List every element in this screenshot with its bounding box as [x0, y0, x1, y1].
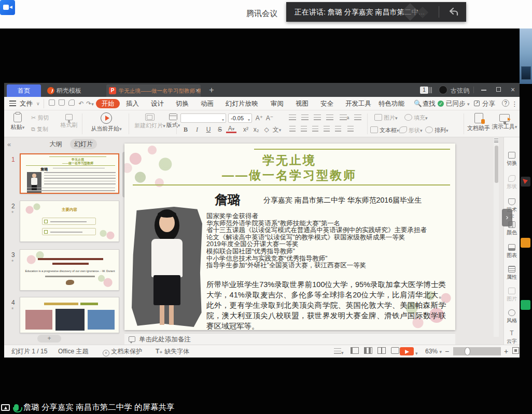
menu-tab-design[interactable]: 设计 [151, 99, 164, 108]
desktop-photo-icon[interactable] [521, 66, 531, 80]
more-options-icon[interactable]: ⋮ [511, 99, 518, 109]
text-direction-icon[interactable] [353, 113, 363, 123]
tab-docer-templates[interactable]: 稻壳模板 [43, 84, 104, 97]
justify-icon[interactable] [321, 125, 332, 134]
tool-chart[interactable]: 图表 [505, 244, 519, 259]
play-options-caret[interactable]: ▾ [415, 349, 418, 358]
increase-indent-icon[interactable] [325, 113, 335, 123]
canvas-scrollbar-thumb[interactable] [495, 146, 498, 183]
help-icon[interactable]: ? [502, 99, 509, 107]
superscript-button[interactable]: x² [241, 125, 251, 134]
tab-close-icon[interactable]: × [195, 84, 199, 97]
clear-format-icon[interactable]: ◇ [261, 125, 272, 134]
user-avatar[interactable] [439, 85, 447, 94]
arrange-button[interactable]: 排列▾ [425, 126, 449, 134]
slide-thumbnail-3[interactable]: Education is a progressive discovery of … [20, 249, 119, 291]
menu-tab-view[interactable]: 视图 [296, 99, 309, 108]
save-icon[interactable] [48, 99, 55, 108]
numbered-list-icon[interactable] [300, 113, 310, 123]
menu-tab-transition[interactable]: 切换 [176, 99, 189, 108]
dock-browser-icon[interactable] [521, 177, 530, 187]
document-count-badge[interactable]: 1 [420, 87, 428, 94]
slide-sorter-view-icon[interactable] [364, 347, 372, 355]
restore-button[interactable] [492, 85, 505, 94]
sync-status[interactable]: ✓已同步 ▾ [446, 99, 470, 108]
slide-canvas[interactable]: 学无止境 ——做一名学习型教师 詹璐 分享嘉宾 南昌市第二中学 华东师范2016… [124, 144, 455, 330]
zoom-in-button[interactable]: + [504, 347, 508, 355]
shape-button[interactable]: 形状▾ [399, 126, 423, 134]
panel-collapse-icon[interactable]: « [7, 140, 11, 148]
share-button[interactable]: 分享 [482, 99, 495, 108]
search-menu-item[interactable]: 🔍 查找 [414, 99, 436, 108]
notes-toggle-icon[interactable]: ▾ [334, 347, 344, 355]
slideshow-play-button[interactable] [400, 347, 414, 355]
align-center-icon[interactable] [299, 125, 309, 134]
doc-assistant-button[interactable]: 文档助手 [467, 113, 490, 132]
menu-tab-devtools[interactable]: 开发工具 [345, 99, 371, 108]
font-color-button[interactable]: A▾ [226, 125, 236, 133]
zoom-slider-track[interactable] [453, 347, 501, 355]
hamburger-menu-icon[interactable] [9, 99, 17, 108]
redo-dropdown-icon[interactable]: ↷▾ [86, 99, 94, 108]
menu-tab-review[interactable]: 审阅 [271, 99, 284, 108]
slide-thumbnail-4[interactable] [20, 297, 119, 333]
increase-font-icon[interactable]: A⁺ [254, 113, 264, 123]
bullet-list-icon[interactable] [287, 113, 298, 123]
present-tools-button[interactable]: 演示工具▾ [492, 114, 517, 131]
new-tab-button[interactable]: + [205, 84, 218, 97]
print-icon[interactable] [58, 99, 65, 108]
font-size-select[interactable]: -0.05▾ [228, 113, 252, 123]
fill-button[interactable]: 填充▾ [404, 114, 428, 122]
fit-slide-button[interactable] [512, 347, 519, 355]
tool-properties[interactable]: 属性 [505, 266, 519, 281]
textbox-button[interactable]: 文本框▾ [370, 126, 399, 134]
italic-button[interactable]: I [192, 125, 202, 134]
slides-tab[interactable]: 幻灯片 [70, 139, 97, 149]
insert-picture-button[interactable]: 图片▾ [374, 114, 398, 122]
tool-transition[interactable]: 切换 [505, 152, 519, 167]
zoom-slider-knob[interactable] [465, 347, 470, 355]
zoom-percent[interactable]: 63% ▾ [425, 347, 442, 355]
tab-document-active[interactable]: P 学无止境——做一名学习型教师 詹璐 × [106, 84, 201, 97]
presenter-view-icon[interactable] [391, 347, 399, 355]
align-left-icon[interactable] [287, 125, 298, 134]
underline-button[interactable]: U [203, 125, 214, 134]
bold-button[interactable]: B [180, 125, 191, 134]
copy-button[interactable]: ⧉ 复制 [31, 125, 48, 133]
slide-thumbnail-1[interactable]: 学无止境 ——做一名学习型教师 詹璐 [20, 153, 119, 194]
strikethrough-button[interactable]: S [215, 125, 225, 134]
subscript-button[interactable]: x₂ [251, 125, 261, 134]
phonetic-guide-button[interactable]: 文▾ [272, 125, 282, 134]
dock-green-app-icon[interactable] [521, 300, 530, 310]
play-from-current-button[interactable]: 从当前开始▾ [86, 112, 127, 133]
tab-home[interactable]: 首页 [7, 84, 41, 97]
undo-icon[interactable]: ↶ [77, 99, 85, 108]
menu-tab-special-features[interactable]: 特色功能 [379, 99, 404, 108]
user-name[interactable]: 古弦鹆 [451, 87, 469, 95]
dock-orange-app-icon[interactable] [521, 238, 530, 248]
line-spacing-icon[interactable]: ᵃ [339, 113, 349, 123]
normal-view-icon[interactable] [351, 347, 359, 355]
add-slide-button[interactable]: + [37, 335, 61, 342]
panel-expand-arrow[interactable]: › [502, 209, 512, 226]
tool-picture[interactable]: 图片 [505, 288, 519, 303]
menu-tab-security[interactable]: 安全 [320, 99, 333, 108]
missing-font-status[interactable]: T₊ 缺失字体 [156, 347, 189, 355]
tool-shape[interactable]: 形状 [505, 175, 519, 190]
decrease-indent-icon[interactable] [312, 113, 323, 123]
decrease-font-icon[interactable]: A⁻ [264, 113, 275, 123]
reading-view-icon[interactable] [377, 347, 386, 355]
menu-tab-home[interactable]: 开始 [96, 99, 120, 108]
distribute-icon[interactable] [333, 125, 343, 134]
protection-status[interactable]: × 文档未保护 [103, 347, 142, 355]
cut-button[interactable]: ✂ 剪切 [31, 114, 49, 122]
theme-name[interactable]: Office 主题 [58, 347, 88, 355]
tab-list-icon[interactable] [429, 87, 432, 93]
print-preview-icon[interactable] [67, 99, 75, 108]
scrollbar-grip[interactable] [494, 138, 498, 144]
menu-tab-animation[interactable]: 动画 [201, 99, 214, 108]
menu-tab-slideshow[interactable]: 幻灯片放映 [226, 99, 258, 108]
menu-file[interactable]: 文件 [20, 99, 33, 108]
align-right-icon[interactable] [310, 125, 320, 134]
tool-style[interactable]: 风格 [505, 309, 519, 324]
